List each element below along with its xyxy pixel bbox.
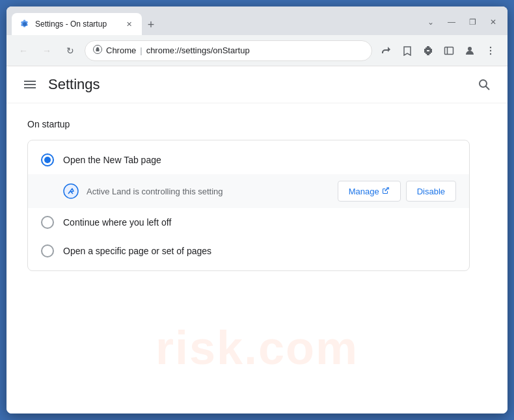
page-title: Settings [48, 76, 100, 93]
security-icon [93, 45, 102, 56]
back-button[interactable]: ← [14, 42, 33, 60]
svg-point-5 [468, 47, 472, 51]
settings-content: Settings On startup Open the New Ta [7, 66, 507, 413]
address-bar: ← → ↻ Chrome | chrome://settings/onStart… [7, 35, 507, 66]
svg-point-6 [490, 46, 491, 47]
svg-rect-3 [445, 47, 453, 54]
radio-new-tab[interactable] [41, 153, 54, 166]
tab-title: Settings - On startup [35, 20, 118, 29]
svg-line-13 [486, 86, 490, 90]
extension-buttons: Manage Disable [338, 181, 456, 202]
minimize-button[interactable]: — [442, 13, 461, 31]
active-tab[interactable]: Settings - On startup ✕ [12, 13, 142, 35]
svg-point-14 [64, 184, 78, 198]
option-new-tab-label: Open the New Tab page [63, 155, 161, 165]
extension-notice: Active Land is controlling this setting … [28, 174, 469, 208]
title-bar: Settings - On startup ✕ + ⌄ — ❐ ✕ [7, 7, 507, 35]
new-tab-button[interactable]: + [142, 16, 160, 34]
section-title: On startup [27, 119, 487, 129]
settings-header: Settings [7, 66, 507, 103]
url-source: Chrome [106, 46, 136, 55]
radio-specific[interactable] [41, 244, 54, 257]
watermark: risk.com [156, 321, 358, 374]
option-new-tab[interactable]: Open the New Tab page [28, 146, 469, 174]
forward-button[interactable]: → [38, 42, 56, 60]
window-controls: ⌄ — ❐ ✕ [422, 13, 502, 35]
toolbar-right [377, 42, 500, 60]
sidebar-button[interactable] [440, 42, 458, 60]
restore-button[interactable]: ❐ [463, 13, 481, 31]
manage-button[interactable]: Manage [338, 181, 401, 202]
reload-button[interactable]: ↻ [61, 42, 79, 60]
settings-body-wrapper: On startup Open the New Tab page [7, 103, 507, 413]
option-specific[interactable]: Open a specific page or set of pages [28, 237, 469, 265]
startup-options-card: Open the New Tab page Active Land is con… [27, 140, 470, 271]
tab-strip: Settings - On startup ✕ + [12, 13, 422, 35]
menu-button[interactable] [481, 42, 500, 60]
extension-notice-text: Active Land is controlling this setting [87, 187, 330, 196]
bookmark-button[interactable] [398, 42, 416, 60]
url-separator: | [140, 46, 142, 55]
settings-body: On startup Open the New Tab page [7, 103, 507, 287]
profile-button[interactable] [461, 42, 479, 60]
tab-favicon [20, 19, 30, 29]
extensions-button[interactable] [419, 42, 437, 60]
radio-new-tab-inner [44, 157, 51, 163]
hamburger-menu-button[interactable] [20, 74, 40, 95]
extension-icon [63, 183, 79, 199]
option-continue[interactable]: Continue where you left off [28, 208, 469, 237]
external-link-icon [382, 187, 390, 196]
svg-rect-2 [96, 49, 100, 51]
svg-point-7 [490, 49, 491, 51]
option-specific-label: Open a specific page or set of pages [63, 246, 211, 256]
svg-rect-11 [24, 87, 36, 88]
radio-continue[interactable] [41, 216, 54, 229]
chevron-button[interactable]: ⌄ [422, 13, 440, 31]
close-button[interactable]: ✕ [484, 13, 502, 31]
search-button[interactable] [474, 74, 494, 95]
browser-window: Settings - On startup ✕ + ⌄ — ❐ ✕ ← → ↻ [7, 7, 507, 413]
svg-point-8 [490, 53, 491, 54]
url-bar[interactable]: Chrome | chrome://settings/onStartup [85, 40, 372, 61]
share-button[interactable] [377, 42, 396, 60]
svg-rect-10 [24, 84, 36, 85]
svg-rect-9 [24, 81, 36, 82]
option-continue-label: Continue where you left off [63, 217, 171, 228]
disable-button[interactable]: Disable [406, 181, 456, 202]
url-path: chrome://settings/onStartup [146, 46, 250, 55]
tab-close-button[interactable]: ✕ [124, 19, 134, 29]
svg-point-12 [480, 80, 487, 87]
